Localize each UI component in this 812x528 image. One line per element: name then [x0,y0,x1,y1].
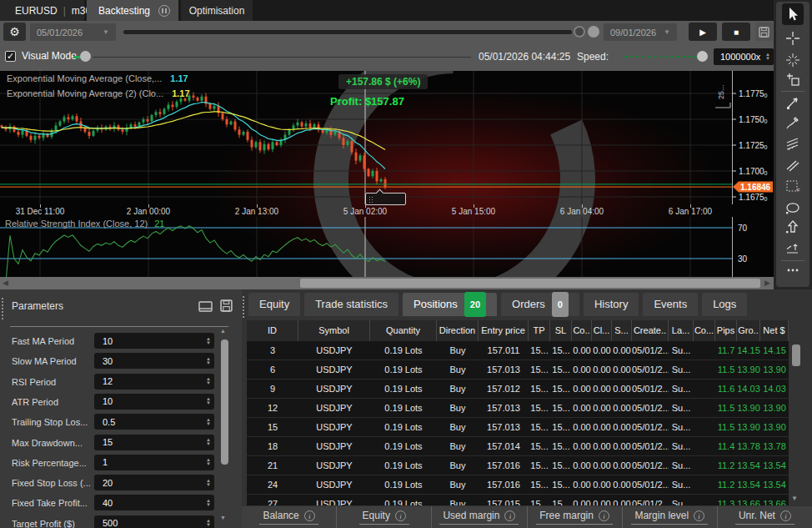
column-header[interactable]: SL [550,320,572,341]
parameter-input[interactable]: 30▲▼ [94,353,214,369]
column-header[interactable]: ID [247,320,298,341]
table-row[interactable]: 27USDJPY0.19 LotsBuy157.01515...15...0.0… [247,495,789,505]
speed-stepper[interactable]: 1000000x ▲▼ [714,48,774,65]
stat-equity[interactable]: Equityi [336,506,431,528]
date-range-slider[interactable] [123,30,572,34]
indicator-legend-1[interactable]: Exponential Moving Average (Close,... 1.… [7,73,188,83]
column-header[interactable]: Quantity [370,320,437,341]
table-row[interactable]: 3USDJPY0.19 LotsBuy157.01115...15...0.00… [247,341,789,360]
tab-backtesting[interactable]: Backtesting [87,0,178,21]
crosshair-tool[interactable] [782,28,804,49]
stat-unr-net[interactable]: Unr. Neti [717,506,812,528]
more-tool[interactable] [782,259,804,281]
info-icon[interactable]: i [304,510,315,521]
stat-margin-level[interactable]: Margin leveli [622,506,717,528]
tab-history[interactable]: History [584,293,639,316]
parameter-input[interactable]: 15▲▼ [94,435,214,450]
stepper-arrows-icon[interactable]: ▲▼ [206,499,211,507]
info-icon[interactable]: i [780,510,791,521]
fibonacci-tool[interactable] [782,134,804,156]
tab-logs[interactable]: Logs [702,293,747,316]
column-header[interactable]: Gro.. [737,320,760,341]
play-button[interactable]: ▶ [689,23,717,41]
arrow-up-tool[interactable] [782,216,804,238]
parameter-input[interactable]: 12▲▼ [94,374,214,390]
panel-drag-handle[interactable] [243,296,244,318]
progress-slider-handle[interactable] [80,51,91,62]
column-header[interactable]: Symbol [298,320,370,341]
stop-button[interactable]: ■ [722,23,750,41]
table-row[interactable]: 24USDJPY0.19 LotsBuy157.01615...15...0.0… [247,475,789,495]
column-header[interactable]: Cl... [592,320,612,341]
speed-slider-track[interactable] [624,56,699,58]
table-row[interactable]: 18USDJPY0.19 LotsBuy157.01415...15...0.0… [247,437,789,456]
table-row[interactable]: 6USDJPY0.19 LotsBuy157.01315...15...0.00… [247,360,789,380]
parameters-scrollbar-thumb[interactable] [221,339,228,465]
stepper-arrows-icon[interactable]: ▲▼ [206,479,211,487]
progress-slider-track[interactable] [93,57,471,58]
stepper-arrows-icon[interactable]: ▲▼ [765,53,770,61]
table-row[interactable]: 12USDJPY0.19 LotsBuy157.01315...15...0.0… [247,399,789,418]
rsi-legend[interactable]: Relative Strength Index (Close, 12) 21 [5,219,164,229]
table-row[interactable]: 21USDJPY0.19 LotsBuy157.01615...15...0.0… [247,456,789,475]
info-icon[interactable]: i [504,510,515,521]
column-header[interactable]: S... [612,320,632,341]
stepper-arrows-icon[interactable]: ▲▼ [206,438,211,446]
range-handle-end[interactable] [588,26,599,38]
parameter-input[interactable]: 500▲▼ [94,515,214,528]
parameter-input[interactable]: 40▲▼ [94,495,214,510]
parameter-input[interactable]: 20▲▼ [94,475,214,490]
info-icon[interactable]: i [599,510,609,521]
window-icon[interactable] [198,301,213,312]
tab-positions[interactable]: Positions20 [403,293,497,316]
visual-mode-checkbox[interactable]: ✓ [5,51,16,62]
stat-used-margin[interactable]: Used margini [431,506,526,528]
end-date-select[interactable]: 09/01/2026 ▼ [604,23,677,41]
tab-symbol-chart[interactable]: EURUSD | m30 [0,0,84,21]
column-header[interactable]: Net $ [760,320,789,341]
column-header[interactable]: TP [529,320,550,341]
stepper-arrows-icon[interactable]: ▲▼ [206,357,211,365]
parameter-input[interactable]: 0.5▲▼ [94,414,214,430]
column-header[interactable]: Create.. [632,320,669,341]
column-header[interactable]: Entry price [479,320,529,341]
scrollbar-thumb[interactable] [300,279,760,288]
stepper-arrows-icon[interactable]: ▲▼ [206,418,211,426]
scroll-left-icon[interactable]: ◀ [3,279,8,287]
scroll-down-icon[interactable]: ▼ [220,515,226,520]
parallel-channel-tool[interactable] [782,154,804,176]
save-parameters-icon[interactable] [220,299,233,312]
column-header[interactable]: Co... [694,320,715,341]
chart-area[interactable]: 1.177501.175001.172501.170001.167501.168… [0,71,774,289]
info-icon[interactable]: i [395,510,406,521]
stepper-arrows-icon[interactable]: ▲▼ [206,377,211,385]
column-header[interactable]: Co.. [572,320,592,341]
start-date-select[interactable]: 05/01/2026 ▼ [30,23,116,41]
table-row[interactable]: 9USDJPY0.19 LotsBuy157.01215...15...0.00… [247,380,789,399]
stepper-arrows-icon[interactable]: ▲▼ [206,397,211,405]
settings-button[interactable]: ⚙ [3,23,26,41]
speed-slider-handle[interactable] [697,51,708,62]
tab-equity[interactable]: Equity [248,293,300,316]
table-row[interactable]: 15USDJPY0.19 LotsBuy157.01315...15...0.0… [247,418,789,437]
stat-balance[interactable]: Balancei [242,506,336,528]
column-header[interactable]: Direction [437,320,479,341]
column-header[interactable]: La... [669,320,694,341]
parameter-input[interactable]: 10▲▼ [94,394,214,410]
stat-free-margin[interactable]: Free margini [527,506,622,528]
info-icon[interactable]: i [694,510,704,521]
tab-orders[interactable]: Orders0 [501,293,579,316]
fibonacci-box-tool[interactable]: F [782,176,804,198]
cursor-tool[interactable] [782,3,804,25]
stepper-arrows-icon[interactable]: ▲▼ [206,519,211,527]
tab-optimisation[interactable]: Optimisation [181,0,253,21]
scroll-right-icon[interactable]: ▶ [764,279,770,287]
pause-icon[interactable] [158,5,170,17]
indicator-legend-2[interactable]: Exponential Moving Average (2) (Clo... 1… [7,88,190,98]
annotation-tool[interactable] [782,238,804,259]
tab-events[interactable]: Events [643,293,698,316]
column-header[interactable]: Pips [715,320,737,341]
table-scroll-down-icon[interactable]: ▼ [791,495,798,502]
stepper-arrows-icon[interactable]: ▲▼ [206,458,211,466]
table-scrollbar-thumb[interactable] [792,344,800,366]
